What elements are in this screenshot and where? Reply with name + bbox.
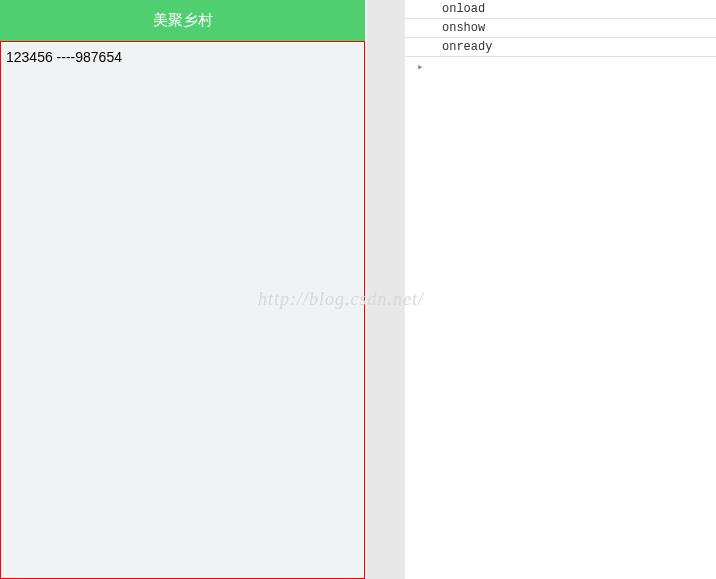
panel-divider [367, 0, 405, 579]
phone-content-area[interactable]: 123456 ----987654 [0, 41, 365, 579]
content-text: 123456 ----987654 [6, 49, 122, 65]
console-panel: onload onshow onready ▸ [405, 0, 716, 579]
console-log-row[interactable]: onload [405, 0, 716, 19]
console-expand-row[interactable]: ▸ [405, 57, 716, 76]
console-log-row[interactable]: onshow [405, 19, 716, 38]
phone-header-title: 美聚乡村 [0, 0, 365, 41]
console-log-row[interactable]: onready [405, 38, 716, 57]
phone-simulator: 美聚乡村 123456 ----987654 [0, 0, 365, 579]
chevron-right-icon: ▸ [417, 60, 424, 73]
